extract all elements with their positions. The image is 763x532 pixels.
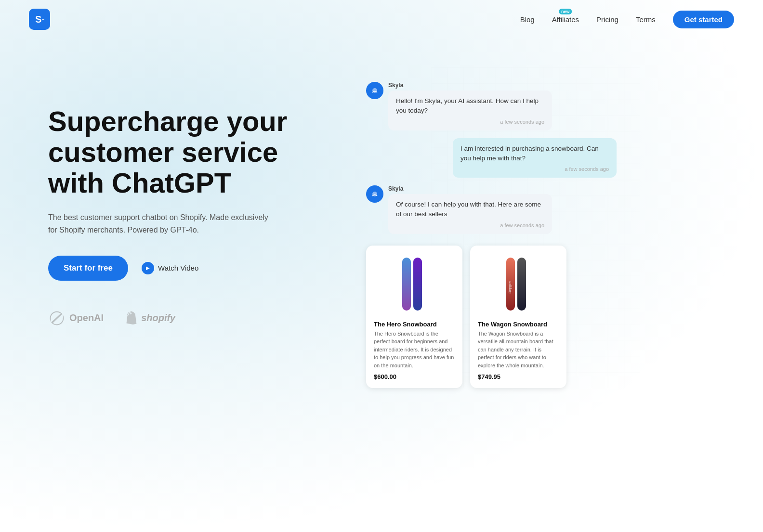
nav-terms[interactable]: Terms [636, 15, 656, 24]
svg-text:Oxygen: Oxygen [508, 281, 512, 294]
hero-cta: Start for free ▶ Watch Video [48, 256, 337, 281]
chat-container: Skyla Hello! I'm Skyla, your AI assistan… [366, 82, 617, 388]
bot-text-1: Hello! I'm Skyla, your AI assistant. How… [396, 96, 544, 116]
product-card-hero: The Hero Snowboard The Hero Snowboard is… [366, 246, 462, 389]
logo-icon: S ··· [29, 9, 50, 30]
hero-left: Supercharge your customer service with C… [48, 67, 337, 327]
product-card-wagon: Oxygen [470, 246, 566, 389]
chat-demo: Skyla Hello! I'm Skyla, your AI assistan… [337, 67, 734, 388]
user-bubble: I am interested in purchasing a snowboar… [453, 138, 617, 178]
nav-pricing[interactable]: Pricing [596, 15, 618, 24]
play-icon: ▶ [142, 262, 154, 274]
shopify-logo: shopify [123, 310, 175, 327]
chat-message-2: Skyla Of course! I can help you with tha… [366, 185, 617, 234]
product-name-hero: The Hero Snowboard [374, 321, 455, 328]
bot-time-2: a few seconds ago [396, 222, 544, 228]
hero-section: Supercharge your customer service with C… [0, 39, 763, 472]
product-img-wagon: Oxygen [478, 253, 559, 316]
nav-blog[interactable]: Blog [520, 15, 535, 24]
watch-video-button[interactable]: ▶ Watch Video [142, 262, 198, 274]
chat-message-user: I am interested in purchasing a snowboar… [366, 138, 617, 178]
svg-rect-6 [517, 258, 526, 311]
navbar: S ··· Blog new Affiliates Pricing Terms … [0, 0, 763, 39]
product-desc-hero: The Hero Snowboard is the perfect board … [374, 330, 455, 370]
bot-sender-2: Skyla [388, 185, 552, 192]
hero-subtitle: The best customer support chatbot on Sho… [48, 211, 270, 236]
bot-bubble-1: Hello! I'm Skyla, your AI assistant. How… [388, 91, 552, 130]
bot-text-2: Of course! I can help you with that. Her… [396, 200, 544, 220]
product-price-wagon: $749.95 [478, 373, 559, 380]
bot-avatar-1 [366, 82, 383, 99]
product-cards: The Hero Snowboard The Hero Snowboard is… [366, 246, 617, 389]
nav-links: Blog new Affiliates Pricing Terms Get st… [520, 11, 734, 28]
shopify-icon [123, 310, 137, 327]
nav-affiliates[interactable]: new Affiliates [552, 15, 579, 24]
product-name-wagon: The Wagon Snowboard [478, 321, 559, 328]
hero-snowboard-img [395, 254, 434, 315]
bot-time-1: a few seconds ago [396, 119, 544, 125]
shopify-label: shopify [141, 312, 175, 324]
new-badge: new [559, 9, 572, 14]
hero-title: Supercharge your customer service with C… [48, 106, 337, 198]
svg-rect-3 [402, 258, 411, 311]
partner-logos: OpenAI shopify [48, 310, 337, 327]
openai-label: OpenAI [69, 312, 104, 324]
product-desc-wagon: The Wagon Snowboard is a versatile all-m… [478, 330, 559, 370]
user-text: I am interested in purchasing a snowboar… [460, 144, 609, 164]
product-price-hero: $600.00 [374, 373, 455, 380]
start-free-button[interactable]: Start for free [48, 256, 128, 281]
bot-bubble-2: Of course! I can help you with that. Her… [388, 194, 552, 234]
product-img-hero [374, 253, 455, 316]
svg-rect-4 [413, 258, 422, 311]
openai-icon [48, 310, 66, 327]
logo[interactable]: S ··· [29, 9, 50, 30]
chat-message-1: Skyla Hello! I'm Skyla, your AI assistan… [366, 82, 617, 130]
get-started-button[interactable]: Get started [673, 11, 734, 28]
user-time: a few seconds ago [460, 166, 609, 172]
bot-avatar-2 [366, 185, 383, 203]
wagon-snowboard-img: Oxygen [499, 254, 538, 315]
bot-sender-1: Skyla [388, 82, 552, 89]
openai-logo: OpenAI [48, 310, 104, 327]
